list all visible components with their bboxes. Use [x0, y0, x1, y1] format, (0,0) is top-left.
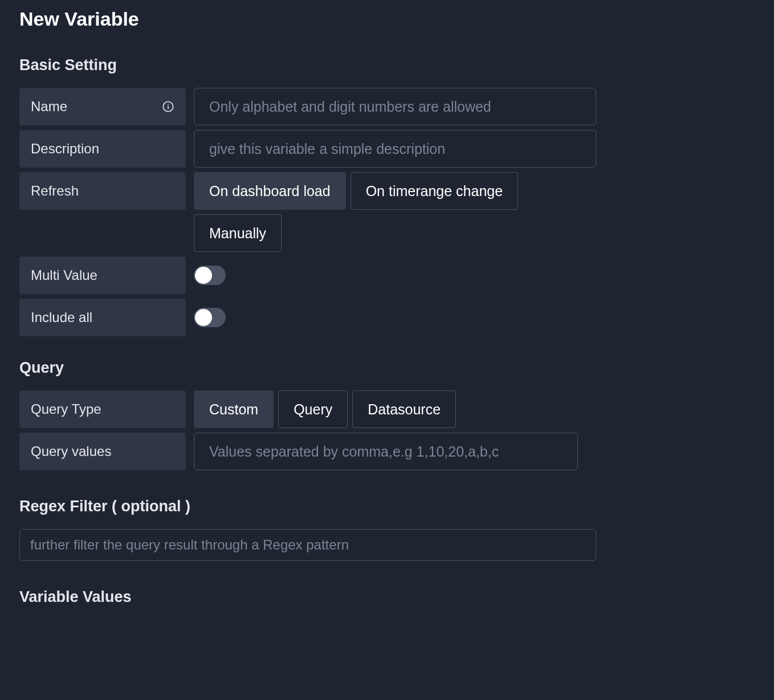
label-include-all-text: Include all: [31, 310, 92, 325]
row-refresh: Refresh On dashboard load On timerange c…: [19, 172, 755, 252]
label-name: Name: [19, 88, 186, 125]
label-refresh: Refresh: [19, 172, 186, 210]
refresh-options: On dashboard load On timerange change Ma…: [194, 172, 604, 252]
row-query-values: Query values: [19, 433, 755, 470]
label-multi-value: Multi Value: [19, 257, 186, 294]
page-title: New Variable: [19, 0, 755, 30]
info-icon[interactable]: [162, 100, 174, 113]
multi-value-toggle[interactable]: [194, 266, 226, 285]
label-query-type: Query Type: [19, 390, 186, 428]
row-description: Description: [19, 130, 755, 168]
row-name: Name: [19, 88, 755, 125]
label-query-values: Query values: [19, 433, 186, 470]
label-include-all: Include all: [19, 299, 186, 336]
refresh-option-dashboard-load[interactable]: On dashboard load: [194, 172, 346, 210]
query-type-options: Custom Query Datasource: [194, 390, 456, 428]
svg-point-2: [168, 104, 169, 105]
label-multi-value-text: Multi Value: [31, 267, 97, 283]
include-all-toggle[interactable]: [194, 308, 226, 327]
label-refresh-text: Refresh: [31, 183, 79, 199]
section-basic-setting: Basic Setting: [19, 56, 755, 74]
description-input[interactable]: [194, 130, 596, 168]
regex-filter-input[interactable]: [19, 529, 596, 561]
query-type-custom[interactable]: Custom: [194, 390, 274, 428]
name-input[interactable]: [194, 88, 596, 125]
refresh-option-timerange-change[interactable]: On timerange change: [351, 172, 518, 210]
section-regex-filter: Regex Filter ( optional ): [19, 498, 755, 515]
label-query-values-text: Query values: [31, 443, 111, 459]
label-description: Description: [19, 130, 186, 168]
refresh-option-manually[interactable]: Manually: [194, 214, 282, 252]
label-query-type-text: Query Type: [31, 401, 101, 417]
section-variable-values: Variable Values: [19, 588, 755, 606]
section-query: Query: [19, 359, 755, 377]
row-multi-value: Multi Value: [19, 257, 755, 294]
label-name-text: Name: [31, 99, 67, 115]
query-values-input[interactable]: [194, 433, 578, 470]
query-type-query[interactable]: Query: [278, 390, 348, 428]
query-type-datasource[interactable]: Datasource: [352, 390, 456, 428]
row-query-type: Query Type Custom Query Datasource: [19, 390, 755, 428]
label-description-text: Description: [31, 141, 99, 157]
row-include-all: Include all: [19, 299, 755, 336]
